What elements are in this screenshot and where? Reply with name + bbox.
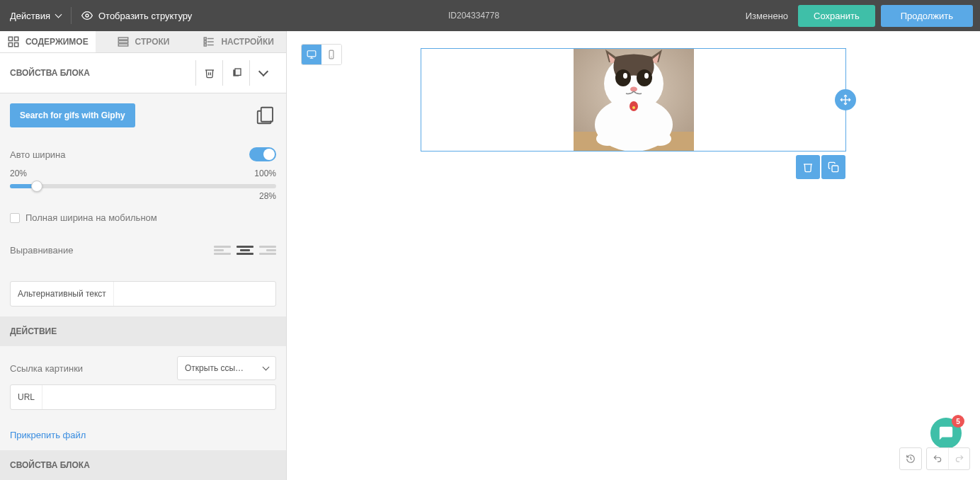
replace-image-button[interactable] bbox=[255, 105, 276, 126]
svg-point-33 bbox=[596, 132, 619, 146]
svg-rect-6 bbox=[118, 41, 128, 43]
auto-width-label: Авто ширина bbox=[10, 149, 66, 160]
align-right-button[interactable] bbox=[259, 243, 276, 257]
tab-content[interactable]: СОДЕРЖИМОЕ bbox=[0, 31, 96, 52]
save-button[interactable]: Сохранить bbox=[798, 5, 875, 27]
undo-icon bbox=[933, 454, 942, 464]
desktop-icon bbox=[307, 50, 317, 59]
action-section-title: ДЕЙСТВИЕ bbox=[0, 316, 286, 346]
show-structure-label: Отобразить структуру bbox=[98, 11, 192, 21]
rows-icon bbox=[117, 35, 130, 48]
svg-rect-37 bbox=[832, 166, 838, 172]
svg-rect-2 bbox=[14, 37, 18, 40]
attach-file-link[interactable]: Прикрепить файл bbox=[0, 420, 286, 450]
full-width-mobile-label: Полная ширина на мобильном bbox=[25, 212, 157, 223]
url-label: URL bbox=[11, 385, 42, 409]
svg-rect-1 bbox=[8, 37, 12, 40]
tab-content-label: СОДЕРЖИМОЕ bbox=[25, 37, 89, 47]
svg-point-0 bbox=[86, 14, 89, 17]
history-icon bbox=[906, 454, 916, 464]
duplicate-block-button[interactable] bbox=[222, 60, 249, 86]
grid-icon bbox=[7, 35, 20, 48]
svg-point-32 bbox=[632, 106, 635, 109]
svg-point-29 bbox=[644, 73, 649, 79]
tab-rows[interactable]: СТРОКИ bbox=[96, 31, 191, 52]
chevron-down-icon bbox=[258, 67, 268, 76]
auto-width-toggle[interactable] bbox=[249, 147, 276, 161]
tab-settings-label: НАСТРОЙКИ bbox=[221, 37, 273, 47]
block-properties-2-title: СВОЙСТВА БЛОКА bbox=[0, 450, 286, 480]
undo-button[interactable] bbox=[927, 448, 948, 469]
svg-rect-10 bbox=[205, 41, 207, 43]
svg-point-34 bbox=[649, 132, 671, 146]
scale-min: 20% bbox=[10, 168, 27, 178]
tab-rows-label: СТРОКИ bbox=[135, 37, 170, 47]
trash-icon bbox=[802, 161, 814, 173]
document-id: ID204334778 bbox=[202, 11, 745, 21]
align-center-button[interactable] bbox=[237, 243, 253, 257]
svg-point-26 bbox=[615, 69, 631, 86]
block-image bbox=[574, 49, 694, 151]
svg-rect-4 bbox=[14, 43, 18, 47]
svg-rect-7 bbox=[118, 44, 128, 46]
slider-knob[interactable] bbox=[31, 181, 42, 192]
alignment-label: Выравнивание bbox=[10, 245, 73, 256]
block-duplicate-button[interactable] bbox=[821, 155, 845, 179]
tab-settings[interactable]: НАСТРОЙКИ bbox=[190, 31, 286, 52]
svg-rect-12 bbox=[205, 44, 207, 46]
eye-icon bbox=[81, 10, 93, 21]
link-action-value: Открыть ссы… bbox=[185, 363, 259, 373]
chat-badge: 5 bbox=[952, 415, 964, 428]
svg-rect-3 bbox=[8, 43, 12, 47]
actions-label: Действия bbox=[10, 11, 50, 21]
redo-icon bbox=[955, 454, 964, 464]
width-slider[interactable] bbox=[10, 184, 276, 188]
svg-rect-17 bbox=[307, 51, 316, 57]
svg-rect-16 bbox=[261, 108, 273, 122]
giphy-search-button[interactable]: Search for gifs with Giphy bbox=[10, 103, 135, 127]
chevron-down-icon bbox=[263, 364, 270, 371]
redo-button[interactable] bbox=[948, 448, 969, 469]
move-handle[interactable] bbox=[835, 89, 856, 110]
chat-icon bbox=[938, 425, 954, 441]
copy-icon bbox=[231, 67, 242, 79]
show-structure-button[interactable]: Отобразить структуру bbox=[72, 0, 202, 31]
url-input[interactable] bbox=[42, 385, 275, 409]
image-link-label: Ссылка картинки bbox=[10, 363, 83, 374]
collapse-panel-button[interactable] bbox=[249, 60, 276, 86]
settings-list-icon bbox=[203, 35, 215, 48]
link-action-select[interactable]: Открыть ссы… bbox=[177, 356, 276, 380]
svg-rect-15 bbox=[235, 69, 241, 75]
continue-button[interactable]: Продолжить bbox=[881, 5, 973, 27]
trash-icon bbox=[204, 67, 215, 79]
block-delete-button[interactable] bbox=[796, 155, 820, 179]
actions-menu[interactable]: Действия bbox=[0, 0, 71, 31]
canvas[interactable]: 5 bbox=[287, 31, 980, 480]
svg-point-27 bbox=[637, 69, 652, 86]
delete-block-button[interactable] bbox=[195, 60, 222, 86]
device-desktop-button[interactable] bbox=[302, 45, 321, 64]
svg-rect-8 bbox=[205, 38, 207, 40]
status-text: Изменено bbox=[746, 11, 788, 21]
align-left-button[interactable] bbox=[214, 243, 231, 257]
alt-text-label: Альтернативный текст bbox=[11, 282, 114, 306]
chevron-down-icon bbox=[55, 11, 62, 18]
scale-max: 100% bbox=[254, 168, 276, 178]
svg-rect-20 bbox=[329, 50, 334, 59]
files-icon bbox=[255, 105, 276, 126]
sidebar: СОДЕРЖИМОЕ СТРОКИ НАСТРОЙКИ СВОЙСТВА БЛО… bbox=[0, 31, 287, 480]
selected-image-block[interactable] bbox=[421, 48, 846, 152]
svg-rect-5 bbox=[118, 38, 128, 40]
move-icon bbox=[840, 94, 851, 105]
chat-button[interactable]: 5 bbox=[930, 418, 962, 449]
full-width-mobile-checkbox[interactable] bbox=[10, 213, 20, 223]
svg-point-28 bbox=[623, 73, 627, 79]
svg-point-30 bbox=[630, 87, 637, 92]
device-mobile-button[interactable] bbox=[321, 45, 341, 64]
alt-text-input[interactable] bbox=[114, 282, 275, 306]
copy-icon bbox=[828, 161, 839, 173]
block-properties-title: СВОЙСТВА БЛОКА bbox=[10, 68, 195, 78]
width-value: 28% bbox=[10, 191, 276, 201]
mobile-icon bbox=[326, 50, 336, 59]
history-button[interactable] bbox=[900, 448, 921, 469]
